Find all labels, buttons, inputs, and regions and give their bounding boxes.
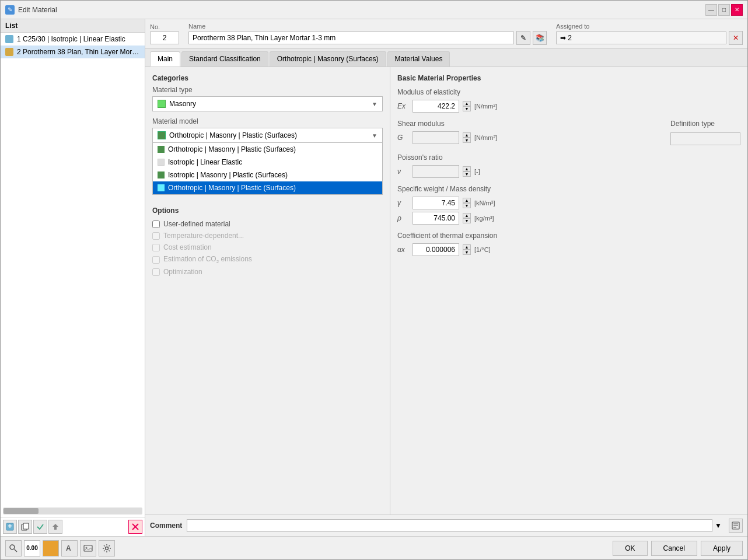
image-button[interactable] (80, 540, 96, 556)
list-scrollbar-thumb[interactable] (4, 508, 39, 514)
rho-input[interactable] (413, 212, 459, 225)
nu-input[interactable] (413, 165, 459, 178)
assigned-label: Assigned to (556, 23, 743, 30)
alpha-input[interactable] (413, 243, 459, 256)
header-name: Name ✎ 📚 (188, 23, 547, 45)
comment-input[interactable] (187, 519, 712, 532)
ex-down-button[interactable]: ▼ (463, 106, 471, 111)
cost-checkbox[interactable] (152, 244, 160, 251)
nu-down-button[interactable]: ▼ (463, 172, 471, 177)
temperature-checkbox[interactable] (152, 232, 160, 240)
check-button[interactable] (33, 520, 47, 534)
add-material-button[interactable]: + (3, 520, 17, 534)
import-button[interactable] (48, 520, 62, 534)
title-bar-left: ✎ Edit Material (5, 5, 57, 15)
co2-checkbox[interactable] (152, 256, 160, 264)
checkbox-user-defined: User-defined material (152, 218, 383, 230)
tab-main[interactable]: Main (150, 51, 180, 66)
gamma-input[interactable] (413, 197, 459, 209)
thermal-title: Coefficient of thermal expansion (397, 232, 740, 240)
poisson-title: Poisson's ratio (397, 153, 740, 162)
model-option-label-4: Orthotropic | Masonry | Plastic (Surface… (168, 184, 296, 192)
comment-action-button[interactable] (729, 519, 743, 533)
list-item[interactable]: 2 Porotherm 38 Plan, Thin Layer Mortar (1, 46, 145, 58)
tab-standard[interactable]: Standard Classification (181, 51, 268, 66)
rho-up-button[interactable]: ▲ (463, 213, 471, 218)
bottom-tools: 0.00 A (5, 540, 115, 556)
tab-material-values[interactable]: Material Values (387, 51, 450, 66)
model-option-2[interactable]: Isotropic | Linear Elastic (153, 156, 382, 169)
alpha-up-button[interactable]: ▲ (463, 244, 471, 250)
name-input-row: ✎ 📚 (188, 31, 547, 45)
clear-assigned-button[interactable]: ✕ (729, 31, 743, 45)
g-input[interactable] (413, 131, 459, 144)
model-option-label-1: Orthotropic | Masonry | Plastic (Surface… (168, 145, 296, 153)
checkbox-optimization: Optimization (152, 266, 383, 278)
maximize-button[interactable]: □ (718, 4, 730, 16)
optimization-checkbox[interactable] (152, 268, 160, 276)
value-display-button[interactable]: 0.00 (24, 540, 40, 556)
close-button[interactable]: ✕ (731, 4, 743, 16)
minimize-button[interactable]: — (705, 4, 717, 16)
model-option-label-3: Isotropic | Masonry | Plastic (Surfaces) (168, 171, 288, 179)
delete-button[interactable] (128, 520, 142, 534)
model-option-3[interactable]: Isotropic | Masonry | Plastic (Surfaces) (153, 169, 382, 181)
alpha-down-button[interactable]: ▼ (463, 250, 471, 255)
definition-input[interactable] (670, 132, 740, 145)
color-button[interactable] (43, 540, 59, 556)
rho-down-button[interactable]: ▼ (463, 218, 471, 223)
window-title: Edit Material (18, 6, 57, 14)
assigned-input[interactable] (556, 32, 726, 44)
poisson-group: Poisson's ratio ν ▲ ▼ [-] (397, 153, 740, 178)
user-defined-checkbox[interactable] (152, 220, 160, 228)
gamma-up-button[interactable]: ▲ (463, 198, 471, 203)
name-input[interactable] (188, 32, 514, 44)
rho-row: ρ ▲ ▼ [kg/m³] (397, 212, 740, 225)
alpha-spinners: ▲ ▼ (463, 244, 471, 255)
comment-label: Comment (150, 522, 182, 530)
left-section: Categories Material type Masonry ▼ (145, 67, 390, 514)
ex-up-button[interactable]: ▲ (463, 101, 471, 106)
edit-name-button[interactable]: ✎ (516, 31, 530, 45)
tab-orthotropic[interactable]: Orthotropic | Masonry (Surfaces) (270, 51, 386, 66)
gamma-row: γ ▲ ▼ [kN/m³] (397, 197, 740, 209)
g-down-button[interactable]: ▼ (463, 138, 471, 143)
model-option-4[interactable]: Orthotropic | Masonry | Plastic (Surface… (153, 181, 382, 194)
ex-input[interactable] (413, 100, 459, 113)
text-button[interactable]: A (61, 540, 78, 556)
header-row: No. Name ✎ 📚 Assigned to ✕ (145, 19, 747, 49)
nu-up-button[interactable]: ▲ (463, 166, 471, 172)
ok-button[interactable]: OK (613, 541, 647, 556)
dropdown-value: Masonry (158, 100, 196, 108)
tab-content: Categories Material type Masonry ▼ (145, 67, 747, 514)
cancel-button[interactable]: Cancel (651, 541, 697, 556)
options-title: Options (152, 206, 383, 215)
modulus-group: Modulus of elasticity Ex ▲ ▼ [N/mm²] (397, 88, 740, 113)
comment-dropdown-btn[interactable]: ▼ (715, 522, 726, 530)
material-type-dropdown[interactable]: Masonry ▼ (152, 96, 383, 111)
nu-symbol: ν (397, 167, 409, 176)
model-option-1[interactable]: Orthotropic | Masonry | Plastic (Surface… (153, 143, 382, 156)
list-scrollbar[interactable] (3, 508, 142, 514)
library-button[interactable]: 📚 (533, 31, 547, 45)
gamma-spinners: ▲ ▼ (463, 198, 471, 208)
no-input[interactable] (150, 32, 179, 44)
copy-material-button[interactable] (18, 520, 32, 534)
g-up-button[interactable]: ▲ (463, 132, 471, 138)
apply-button[interactable]: Apply (701, 541, 743, 556)
user-defined-label: User-defined material (163, 220, 230, 228)
assigned-row: ✕ (556, 31, 743, 45)
model-option-color-2 (158, 159, 165, 166)
list-panel: List 1 C25/30 | Isotropic | Linear Elast… (1, 19, 145, 536)
list-item-label: 1 C25/30 | Isotropic | Linear Elastic (17, 35, 140, 43)
right-section: Basic Material Properties Modulus of ela… (390, 67, 747, 514)
settings-button[interactable] (99, 540, 115, 556)
search-button[interactable] (5, 540, 22, 556)
categories-title: Categories (152, 74, 383, 82)
no-label: No. (150, 23, 179, 30)
gamma-down-button[interactable]: ▼ (463, 203, 471, 208)
material-model-dropdown[interactable]: Orthotropic | Masonry | Plastic (Surface… (152, 128, 383, 142)
list-item[interactable]: 1 C25/30 | Isotropic | Linear Elastic (1, 33, 145, 46)
svg-text:+: + (8, 523, 12, 530)
list-footer: + (1, 517, 145, 536)
